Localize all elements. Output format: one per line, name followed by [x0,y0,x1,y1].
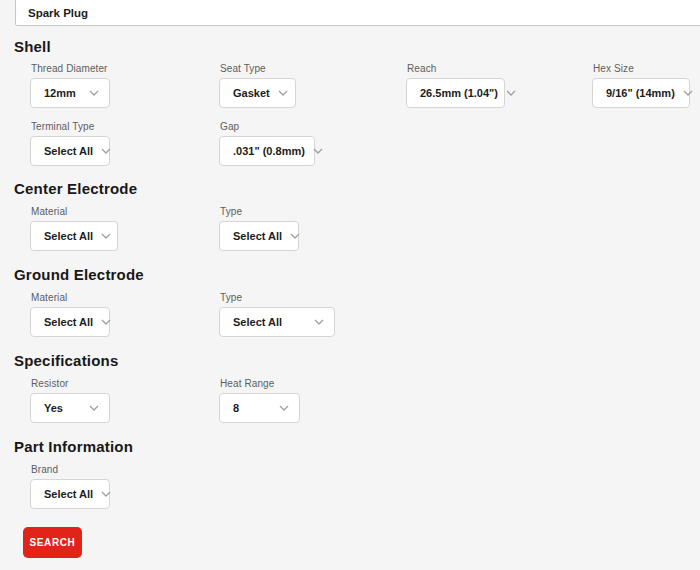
terminal-type-label: Terminal Type [31,121,110,132]
heat-range-label: Heat Range [220,378,300,389]
chevron-down-icon [314,319,324,325]
chevron-down-icon [101,148,111,154]
gap-label: Gap [220,121,315,132]
reach-label: Reach [407,63,505,74]
brand-select[interactable]: Select All [30,479,110,509]
thread-diameter-label: Thread Diameter [31,63,110,74]
chevron-down-icon [101,233,111,239]
hex-size-select[interactable]: 9/16" (14mm) [592,78,690,108]
seat-type-label: Seat Type [220,63,296,74]
chevron-down-icon [89,405,99,411]
chevron-down-icon [313,148,323,154]
gap-select[interactable]: .031" (0.8mm) [219,136,315,166]
resistor-label: Resistor [31,378,110,389]
chevron-down-icon [290,233,300,239]
field-heat-range: Heat Range 8 [219,378,300,423]
keyword-search-input[interactable] [15,0,700,26]
center-type-select[interactable]: Select All [219,221,299,251]
field-seat-type: Seat Type Gasket [219,63,296,108]
terminal-type-select[interactable]: Select All [30,136,110,166]
seat-type-select[interactable]: Gasket [219,78,296,108]
field-ground-material: Material Select All [30,292,110,337]
chevron-down-icon [278,90,288,96]
ground-type-label: Type [220,292,335,303]
section-title-center-electrode: Center Electrode [14,180,137,197]
field-brand: Brand Select All [30,464,110,509]
thread-diameter-select[interactable]: 12mm [30,78,110,108]
search-button[interactable]: SEARCH [23,527,82,558]
chevron-down-icon [89,90,99,96]
field-gap: Gap .031" (0.8mm) [219,121,315,166]
section-title-shell: Shell [14,38,51,55]
chevron-down-icon [101,491,111,497]
field-reach: Reach 26.5mm (1.04") [406,63,505,108]
chevron-down-icon [101,319,111,325]
section-title-specifications: Specifications [14,352,119,369]
field-thread-diameter: Thread Diameter 12mm [30,63,110,108]
reach-select[interactable]: 26.5mm (1.04") [406,78,505,108]
center-material-label: Material [31,206,118,217]
chevron-down-icon [683,90,693,96]
section-title-ground-electrode: Ground Electrode [14,266,144,283]
field-terminal-type: Terminal Type Select All [30,121,110,166]
section-title-part-information: Part Information [14,438,133,455]
field-center-material: Material Select All [30,206,118,251]
field-center-type: Type Select All [219,206,299,251]
ground-material-label: Material [31,292,110,303]
center-type-label: Type [220,206,299,217]
ground-material-select[interactable]: Select All [30,307,110,337]
field-resistor: Resistor Yes [30,378,110,423]
ground-type-select[interactable]: Select All [219,307,335,337]
hex-size-label: Hex Size [593,63,690,74]
resistor-select[interactable]: Yes [30,393,110,423]
chevron-down-icon [279,405,289,411]
center-material-select[interactable]: Select All [30,221,118,251]
field-ground-type: Type Select All [219,292,335,337]
field-hex-size: Hex Size 9/16" (14mm) [592,63,690,108]
chevron-down-icon [506,90,516,96]
brand-label: Brand [31,464,110,475]
heat-range-select[interactable]: 8 [219,393,300,423]
